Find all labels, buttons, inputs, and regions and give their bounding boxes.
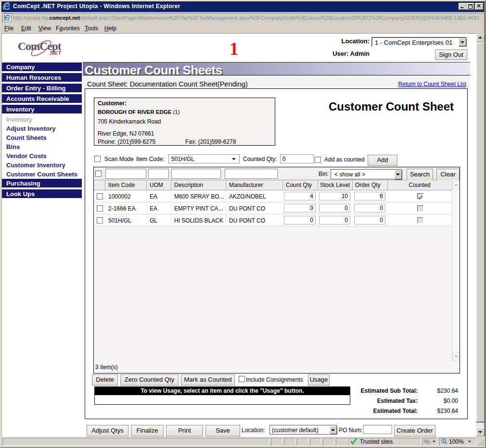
svg-text:.NET: .NET	[49, 50, 61, 56]
